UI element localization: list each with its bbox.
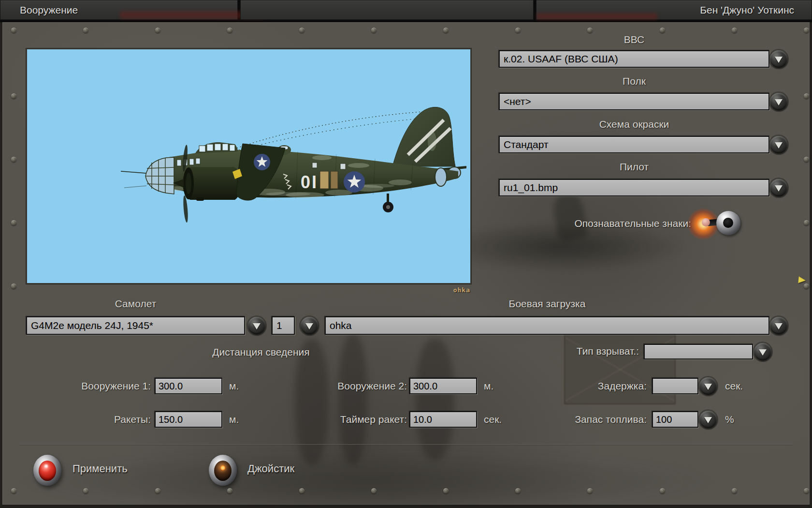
- panel-screw: [227, 488, 232, 493]
- toggle-socket: [723, 218, 733, 228]
- aircraft-section-label: Самолет: [26, 298, 245, 310]
- fuze-type-input[interactable]: [644, 344, 753, 359]
- chevron-down-icon: [253, 323, 261, 329]
- panel-screw: [732, 488, 737, 493]
- fuel-label: Запас топлива:: [503, 414, 647, 425]
- loadout-caption: ohka: [382, 286, 470, 294]
- pilot-name-tab: Бен 'Джуно' Уоткинс: [536, 0, 812, 20]
- fuel-input[interactable]: [652, 411, 698, 428]
- joystick-button-icon: [214, 461, 232, 481]
- weapon2-input[interactable]: [409, 378, 477, 394]
- regiment-value: <нет>: [504, 96, 531, 107]
- panel-screw: [299, 488, 304, 493]
- airforce-value: к.02. USAAF (ВВС США): [504, 53, 618, 65]
- regiment-dropdown-button[interactable]: [770, 93, 787, 110]
- panel-screw: [443, 28, 449, 33]
- weapon1-input[interactable]: [155, 378, 222, 394]
- pilot-skin-label: Пилот: [499, 161, 769, 173]
- airforce-dropdown[interactable]: к.02. USAAF (ВВС США): [499, 50, 769, 68]
- delay-input[interactable]: [652, 378, 698, 394]
- fuze-type-button[interactable]: [754, 343, 771, 360]
- rockets-unit: м.: [229, 414, 268, 425]
- aircraft-count-button[interactable]: [301, 317, 318, 334]
- fuel-button[interactable]: [699, 411, 717, 428]
- paint-scheme-dropdown[interactable]: Стандарт: [499, 136, 769, 153]
- bottom-divider: [19, 444, 793, 445]
- tab-armament-label: Вооружение: [20, 0, 78, 20]
- delay-unit: сек.: [725, 380, 764, 392]
- tab-armament[interactable]: Вооружение: [0, 0, 238, 20]
- pilot-skin-dropdown[interactable]: ru1_01.bmp: [499, 179, 769, 196]
- arming-screen: Вооружение Бен 'Джуно' Уоткинс: [0, 0, 812, 508]
- panel-screw: [11, 488, 16, 493]
- panel-screw: [371, 28, 377, 33]
- panel-screw: [11, 220, 16, 225]
- aircraft-dropdown-button[interactable]: [248, 317, 265, 334]
- loadout-dropdown[interactable]: ohka: [325, 316, 769, 335]
- panel-screw: [804, 284, 809, 289]
- panel-screw: [83, 488, 88, 493]
- rockets-input[interactable]: [155, 411, 222, 428]
- panel-screw: [515, 28, 521, 33]
- panel-screw: [83, 28, 88, 33]
- apply-button[interactable]: [33, 455, 61, 486]
- panel-screw: [11, 93, 16, 99]
- red-button-icon: [39, 461, 56, 481]
- panel-screw: [732, 28, 737, 33]
- joystick-button[interactable]: [209, 455, 237, 486]
- airforce-label: ВВС: [499, 34, 769, 45]
- aircraft-side-view: 0I: [27, 49, 470, 283]
- aircraft-value: G4M2e модель 24J, 1945*: [31, 320, 153, 331]
- chevron-down-icon: [775, 185, 783, 192]
- weapon1-unit: м.: [229, 380, 268, 392]
- toggle-tip: [702, 218, 710, 226]
- regiment-dropdown[interactable]: <нет>: [499, 93, 769, 110]
- pilot-skin-value: ru1_01.bmp: [504, 182, 558, 194]
- title-bar: Вооружение Бен 'Джуно' Уоткинс: [0, 0, 812, 22]
- fuze-type-label: Тип взрыват.:: [495, 345, 639, 357]
- chevron-down-icon: [704, 417, 712, 423]
- markings-label: Опознавательные знаки:: [497, 218, 691, 229]
- panel-screw: [155, 488, 160, 493]
- background-shadow: [19, 449, 793, 503]
- loadout-dropdown-button[interactable]: [770, 317, 787, 334]
- aircraft-count-value: 1: [276, 320, 282, 331]
- airforce-dropdown-button[interactable]: [770, 50, 787, 68]
- aircraft-dropdown[interactable]: G4M2e модель 24J, 1945*: [26, 316, 245, 335]
- loadout-section-label: Боевая загрузка: [325, 298, 769, 310]
- panel-screw: [299, 28, 304, 33]
- panel-screw: [11, 284, 16, 289]
- weapon2-label: Вооружение 2:: [276, 380, 407, 392]
- aircraft-side-number: 0I: [301, 172, 318, 192]
- panel-screw: [660, 28, 665, 33]
- markings-toggle[interactable]: [686, 207, 743, 241]
- panel-screw: [587, 28, 593, 33]
- rockets-label: Ракеты:: [19, 414, 151, 425]
- rocket-timer-label: Таймер ракет:: [276, 414, 407, 425]
- chevron-down-icon: [305, 323, 313, 329]
- panel-screw: [11, 157, 16, 162]
- panel-screw: [371, 488, 377, 493]
- panel-screw: [804, 28, 809, 33]
- panel-screw: [804, 488, 809, 493]
- aircraft-count-field[interactable]: 1: [272, 316, 295, 335]
- tab-middle[interactable]: [240, 0, 534, 20]
- fuel-unit: %: [725, 414, 764, 425]
- loadout-value: ohka: [330, 320, 352, 331]
- paint-scheme-label: Схема окраски: [499, 119, 769, 130]
- rocket-timer-input[interactable]: [409, 411, 477, 428]
- pilot-skin-dropdown-button[interactable]: [770, 179, 787, 196]
- delay-button[interactable]: [699, 377, 717, 395]
- chevron-down-icon: [759, 349, 767, 356]
- paint-scheme-dropdown-button[interactable]: [770, 136, 787, 153]
- panel-screw: [443, 488, 449, 493]
- chevron-down-icon: [704, 384, 712, 390]
- chevron-down-icon: [775, 57, 783, 63]
- joystick-button-label: Джойстик: [247, 463, 294, 475]
- chevron-down-icon: [775, 323, 783, 329]
- panel-screw: [515, 488, 521, 493]
- panel-screw: [155, 28, 160, 33]
- aircraft-preview: 0I: [26, 48, 471, 284]
- chevron-down-icon: [775, 99, 783, 105]
- delay-label: Задержка:: [503, 380, 647, 392]
